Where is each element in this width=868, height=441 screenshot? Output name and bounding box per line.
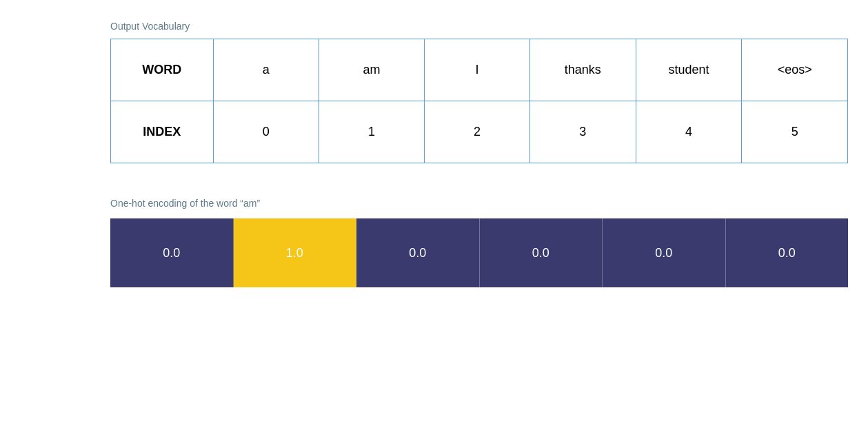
- encoding-cell-1: 1.0: [234, 218, 357, 287]
- index-cell-0: 0: [213, 101, 319, 163]
- index-cell-3: 3: [530, 101, 636, 163]
- encoding-cell-2: 0.0: [356, 218, 480, 287]
- index-cell-2: 2: [425, 101, 530, 163]
- index-cell-5: 5: [742, 101, 848, 163]
- encoding-cell-4: 0.0: [603, 218, 726, 287]
- word-cell-0: a: [213, 39, 319, 101]
- index-row: INDEX 0 1 2 3 4 5: [111, 101, 848, 163]
- vocab-table: WORD a am I thanks student <eos> INDEX 0…: [110, 39, 848, 163]
- index-row-header: INDEX: [111, 101, 214, 163]
- vocab-section: Output Vocabulary WORD a am I thanks stu…: [110, 21, 868, 163]
- encoding-cell-5: 0.0: [726, 218, 849, 287]
- encoding-cell-3: 0.0: [480, 218, 603, 287]
- word-row: WORD a am I thanks student <eos>: [111, 39, 848, 101]
- encoding-bar: 0.0 1.0 0.0 0.0 0.0 0.0: [110, 218, 848, 287]
- word-cell-5: <eos>: [742, 39, 848, 101]
- vocab-title: Output Vocabulary: [110, 21, 868, 32]
- main-container: Output Vocabulary WORD a am I thanks stu…: [0, 14, 868, 287]
- encoding-section: One-hot encoding of the word “am” 0.0 1.…: [110, 198, 868, 287]
- index-cell-1: 1: [319, 101, 424, 163]
- word-cell-3: thanks: [530, 39, 636, 101]
- word-cell-4: student: [636, 39, 742, 101]
- index-cell-4: 4: [636, 101, 742, 163]
- encoding-cell-0: 0.0: [110, 218, 234, 287]
- word-row-header: WORD: [111, 39, 214, 101]
- encoding-title: One-hot encoding of the word “am”: [110, 198, 868, 209]
- word-cell-1: am: [319, 39, 424, 101]
- word-cell-2: I: [425, 39, 530, 101]
